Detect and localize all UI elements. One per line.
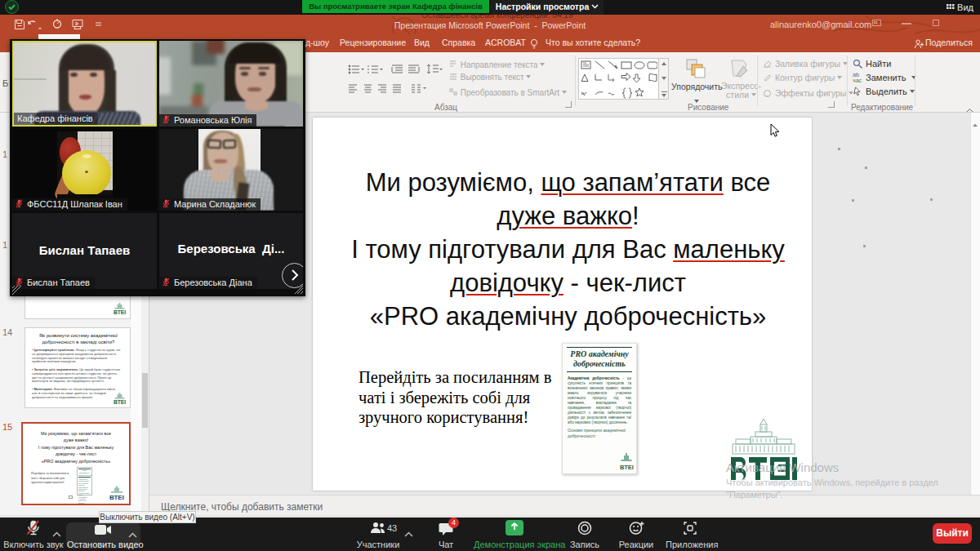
svg-text:ВТЕІ: ВТЕІ (114, 309, 126, 315)
svg-text:ВТЕІ: ВТЕІ (620, 464, 634, 471)
svg-text:ВТЕІ: ВТЕІ (114, 399, 126, 405)
svg-text:ВТЕІ: ВТЕІ (109, 494, 124, 501)
